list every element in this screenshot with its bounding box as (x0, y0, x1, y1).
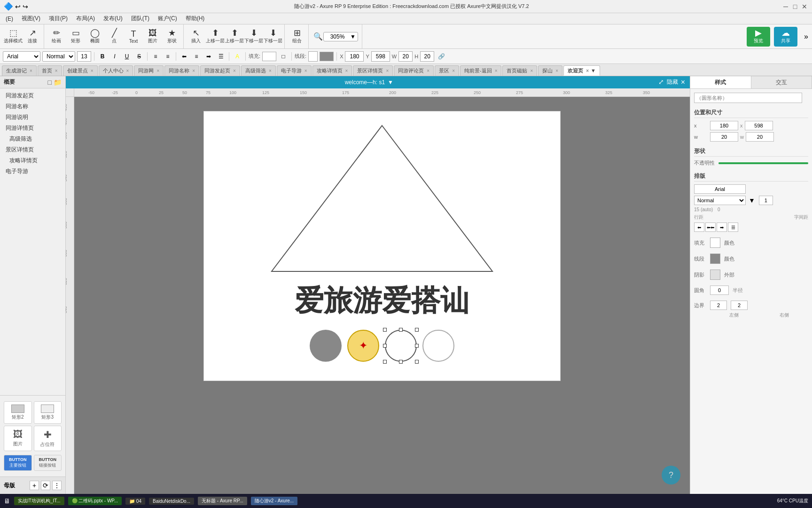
y-prop-input[interactable] (745, 121, 773, 130)
triangle-container[interactable] (267, 121, 497, 276)
panel-expand-icon[interactable]: □ (48, 79, 52, 86)
tab-close-welcome[interactable]: × (586, 68, 589, 73)
select-mode-btn[interactable]: ⬚ 选择模式 (4, 27, 23, 47)
tab-tour-name[interactable]: 同游名称 × (164, 65, 199, 76)
tab-close-tour-name[interactable]: × (192, 68, 195, 73)
tab-homepage-tile[interactable]: 首页磁贴 × (502, 65, 537, 76)
canvas-bg[interactable]: 爱旅游爱搭讪 ✦ (74, 97, 690, 494)
widget-rect3[interactable]: 矩形3 (34, 401, 62, 424)
minimize-btn[interactable]: ─ (782, 3, 789, 10)
tab-close-advanced[interactable]: × (269, 68, 272, 73)
mother-refresh-btn[interactable]: ⟳ (41, 481, 50, 490)
connect-btn[interactable]: ↗ 连接 (23, 27, 42, 47)
taskbar-item2[interactable]: 🟢 二维码.pptx - WP... (68, 497, 122, 505)
tab-advanced-filter[interactable]: 高级筛选 × (241, 65, 276, 76)
font-family-prop[interactable] (694, 184, 746, 194)
bold-btn[interactable]: B (97, 51, 108, 62)
page-dropdown-icon[interactable]: ▼ (388, 79, 393, 86)
tab-more-icon[interactable]: ▼ (591, 68, 596, 73)
taskbar-icon1[interactable]: 🖥 (4, 497, 10, 505)
selected-circle-wrapper[interactable] (385, 330, 417, 362)
fill-color-prop[interactable] (710, 238, 720, 248)
close-btn[interactable]: ✕ (801, 3, 808, 10)
text-btn[interactable]: T Text (124, 27, 143, 47)
fill-color-box[interactable] (262, 52, 276, 61)
menu-layout[interactable]: 布局(A) (72, 14, 99, 24)
handle-tr[interactable] (415, 328, 419, 332)
mother-add-btn[interactable]: + (30, 481, 39, 490)
tab-home[interactable]: 首页 × (38, 65, 62, 76)
hide-label[interactable]: 隐藏 (667, 78, 678, 87)
align-left-prop-btn[interactable]: ⬅ (694, 222, 704, 232)
line-color-box[interactable] (320, 52, 334, 61)
widget-primary-btn[interactable]: BUTTON 主要按钮 (4, 455, 32, 471)
taskbar-item6[interactable]: 随心游v2 - Axure... (251, 497, 297, 505)
selected-circle[interactable] (385, 330, 417, 362)
zoom-dropdown-icon[interactable]: ▼ (350, 33, 356, 40)
font-size-prop[interactable] (759, 196, 773, 205)
border-right-input[interactable] (731, 301, 748, 310)
taskbar-item3[interactable]: 📁 04 (125, 498, 145, 505)
tab-create-spot[interactable]: 创建景点 × (63, 65, 98, 76)
undo-btn[interactable]: ↩ (15, 3, 21, 10)
insert-btn[interactable]: ↖ 插入 (187, 27, 205, 47)
widget-link-btn[interactable]: BUTTON 链接按钮 (34, 455, 62, 471)
handle-bm[interactable] (399, 360, 403, 364)
tab-style[interactable]: 样式 (690, 76, 751, 88)
fullscreen-icon[interactable]: ⤢ (658, 78, 664, 87)
handle-br[interactable] (415, 360, 419, 364)
line-color-prop[interactable] (710, 254, 720, 264)
page-close-icon[interactable]: × (681, 78, 685, 87)
shape-btn[interactable]: ★ 形状 (163, 27, 181, 47)
nav-item-strategy[interactable]: 攻略详情页 (0, 155, 65, 166)
align-right-prop-btn[interactable]: ➡ (717, 222, 727, 232)
preview-btn[interactable]: ▶ 预览 (747, 27, 770, 47)
font-style-expand[interactable]: ▼ (749, 197, 755, 204)
taskbar-item1[interactable]: 实战IT培训机构_IT... (14, 497, 64, 505)
share-btn[interactable]: ☁ 共享 (774, 27, 797, 47)
menu-account[interactable]: 账户(C) (154, 14, 181, 24)
image-btn[interactable]: 🖼 图片 (143, 27, 162, 47)
tab-close-generate-note[interactable]: × (30, 68, 32, 73)
tab-close-strategy[interactable]: × (345, 68, 348, 73)
tab-tour-comment[interactable]: 同游评论页 × (394, 65, 434, 76)
taskbar-item5[interactable]: 无标题 - Axure RP... (198, 497, 247, 505)
redo-btn[interactable]: ↪ (23, 3, 28, 10)
bullet-list-btn[interactable]: ≡ (150, 51, 161, 62)
group-btn[interactable]: ⊞ 组合 (288, 27, 306, 47)
nav-item-e-guide[interactable]: 电子导游 (0, 166, 65, 177)
x-input[interactable] (345, 51, 364, 62)
panel-folder-icon[interactable]: 📁 (54, 79, 62, 86)
font-style-prop[interactable]: Normal (694, 196, 746, 205)
x-prop-input[interactable] (710, 121, 738, 130)
menu-view[interactable]: 视图(V) (18, 14, 44, 24)
tab-close-e-guide[interactable]: × (304, 68, 307, 73)
maximize-btn[interactable]: □ (791, 3, 799, 10)
draw-btn[interactable]: ✏ 绘画 (47, 27, 66, 47)
tab-tour-net[interactable]: 同游网 × (134, 65, 164, 76)
expand-toolbar-btn[interactable]: » (804, 32, 808, 41)
nav-item-tour-detail[interactable]: 同游详情页 (0, 123, 65, 134)
line-width-input[interactable] (308, 51, 318, 62)
border-left-input[interactable] (710, 301, 727, 310)
tab-area[interactable]: 景区 × (435, 65, 459, 76)
align-right-btn[interactable]: ➡ (203, 51, 214, 62)
tab-welcome[interactable]: 欢迎页 × ▼ (563, 65, 600, 76)
tab-personal[interactable]: 个人中心 × (99, 65, 133, 76)
handle-mr[interactable] (415, 344, 419, 348)
shape-name-input[interactable] (694, 93, 802, 103)
h-prop-input[interactable] (746, 132, 774, 142)
menu-e[interactable]: (E) (2, 15, 17, 23)
font-size-input[interactable] (77, 51, 91, 62)
underline-btn[interactable]: U (122, 51, 132, 62)
nav-item-advanced[interactable]: 高级筛选 (0, 134, 65, 144)
align-left-btn[interactable]: ⬅ (179, 51, 189, 62)
tab-close-tour-start[interactable]: × (233, 68, 236, 73)
widget-placeholder[interactable]: ✚ 占位符 (34, 426, 62, 451)
tab-generate-note[interactable]: 生成游记 × (2, 65, 37, 76)
tab-strategy-detail[interactable]: 攻略详情页 × (312, 65, 352, 76)
line-btn[interactable]: ╱ 点 (105, 27, 124, 47)
menu-team[interactable]: 团队(T) (127, 14, 153, 24)
y-input[interactable] (371, 51, 390, 62)
tab-close-personal[interactable]: × (126, 68, 129, 73)
